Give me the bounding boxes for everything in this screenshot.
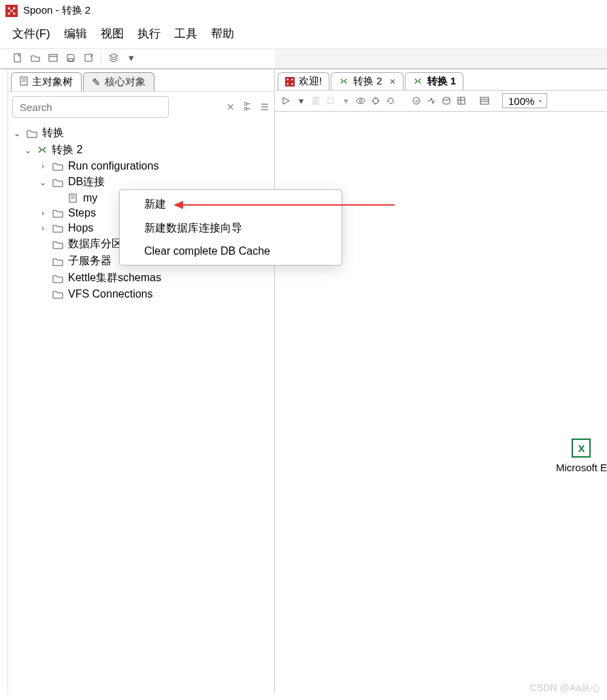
tree-root[interactable]: ⌄ 转换 xyxy=(8,125,274,142)
folder-icon xyxy=(52,161,64,172)
search-input[interactable] xyxy=(12,96,169,118)
tree-label: Steps xyxy=(68,207,96,219)
svg-point-24 xyxy=(291,83,293,85)
tree-label: 转换 xyxy=(42,126,64,140)
preview-icon[interactable] xyxy=(355,95,366,106)
pause-icon[interactable] xyxy=(310,95,321,106)
verify-icon[interactable] xyxy=(411,95,422,106)
menu-file[interactable]: 文件(F) xyxy=(12,26,50,42)
svg-rect-11 xyxy=(244,103,247,106)
svg-rect-7 xyxy=(69,59,73,61)
menu-clear-cache[interactable]: Clear complete DB Cache xyxy=(120,240,342,262)
folder-icon xyxy=(26,128,38,139)
dropdown-icon[interactable]: ▾ xyxy=(340,95,351,106)
explore-db-icon[interactable] xyxy=(456,95,467,106)
app-icon xyxy=(5,5,18,17)
tab-core-objects[interactable]: ✎ 核心对象 xyxy=(83,72,154,91)
svg-rect-4 xyxy=(14,54,20,62)
chevron-right-icon[interactable]: › xyxy=(38,161,48,171)
zoom-selector[interactable]: 100% xyxy=(502,93,547,108)
chevron-down-icon[interactable]: ⌄ xyxy=(38,178,48,187)
tree-label: 子服务器 xyxy=(68,254,112,268)
menu-new[interactable]: 新建 xyxy=(120,193,342,217)
main-area: 主对象树 ✎ 核心对象 ✕ ⌄ 转换 ⌄ xyxy=(0,69,607,694)
dropdown-icon[interactable]: ▾ xyxy=(295,95,306,106)
tab-transform-2[interactable]: 转换 2 ✕ xyxy=(331,72,404,90)
play-icon[interactable] xyxy=(280,95,291,106)
layers-icon[interactable] xyxy=(108,52,119,63)
svg-point-21 xyxy=(286,78,289,80)
context-menu: 新建 新建数据库连接向导 Clear complete DB Cache xyxy=(119,189,342,266)
folder-icon xyxy=(52,177,64,188)
tab-main-tree[interactable]: 主对象树 xyxy=(11,72,82,91)
menu-view[interactable]: 视图 xyxy=(101,26,124,42)
tree-label: Run configurations xyxy=(68,160,159,172)
stop-icon[interactable] xyxy=(325,95,336,106)
new-file-icon[interactable] xyxy=(12,52,23,63)
clear-search-icon[interactable]: ✕ xyxy=(227,101,235,112)
svg-point-22 xyxy=(291,78,293,80)
close-icon[interactable]: ✕ xyxy=(389,77,396,86)
menu-new-wizard[interactable]: 新建数据库连接向导 xyxy=(120,217,342,240)
explore-icon[interactable] xyxy=(48,52,59,63)
window-title: Spoon - 转换 2 xyxy=(23,4,91,17)
save-icon[interactable] xyxy=(65,52,76,63)
menu-tools[interactable]: 工具 xyxy=(174,26,197,42)
svg-point-30 xyxy=(373,98,378,104)
left-tabs: 主对象树 ✎ 核心对象 xyxy=(8,69,274,91)
item-icon xyxy=(67,193,79,204)
menu-help[interactable]: 帮助 xyxy=(211,26,234,42)
folder-icon xyxy=(52,256,64,267)
sql-icon[interactable] xyxy=(441,95,452,106)
tab-transform-1[interactable]: 转换 1 xyxy=(405,72,464,90)
dropdown-icon[interactable]: ▾ xyxy=(126,52,137,63)
svg-rect-26 xyxy=(316,97,318,104)
excel-step[interactable]: X Microsoft E xyxy=(556,439,607,473)
step-label: Microsoft E xyxy=(556,462,607,473)
debug-icon[interactable] xyxy=(370,95,381,106)
tree-label: Kettle集群schemas xyxy=(68,271,161,285)
expand-tree-icon[interactable] xyxy=(244,101,255,112)
svg-rect-37 xyxy=(458,97,465,104)
tab-label: 转换 1 xyxy=(427,75,457,88)
chevron-down-icon[interactable]: ⌄ xyxy=(23,146,33,155)
replay-icon[interactable] xyxy=(385,95,396,106)
chevron-right-icon[interactable]: › xyxy=(38,223,48,233)
svg-point-23 xyxy=(286,83,289,85)
tree-run-config[interactable]: › Run configurations xyxy=(8,159,274,174)
impact-icon[interactable] xyxy=(426,95,437,106)
tab-label: 核心对象 xyxy=(105,76,146,89)
chevron-down-icon[interactable]: ⌄ xyxy=(12,129,22,138)
svg-point-28 xyxy=(357,98,365,104)
tree-label: Hops xyxy=(68,222,93,234)
menu-run[interactable]: 执行 xyxy=(137,26,161,42)
chevron-right-icon[interactable]: › xyxy=(38,208,48,218)
tab-label: 转换 2 xyxy=(353,75,382,88)
side-gutter xyxy=(0,69,8,694)
title-bar: Spoon - 转换 2 xyxy=(0,0,607,22)
search-row: ✕ xyxy=(8,91,274,122)
svg-point-36 xyxy=(443,97,450,100)
svg-rect-40 xyxy=(480,97,489,104)
tree-label: 转换 2 xyxy=(52,143,82,157)
tab-welcome[interactable]: 欢迎! xyxy=(278,72,329,90)
tree-kettle-cluster[interactable]: Kettle集群schemas xyxy=(8,270,274,287)
tree-db-connections[interactable]: ⌄ DB连接 xyxy=(8,174,274,191)
app-icon xyxy=(285,77,295,86)
tab-label: 主对象树 xyxy=(32,76,73,89)
save-as-icon[interactable] xyxy=(83,52,94,63)
main-toolbar: ▾ xyxy=(0,48,607,69)
menu-edit[interactable]: 编辑 xyxy=(64,26,87,42)
excel-icon: X xyxy=(572,439,591,458)
tree-vfs[interactable]: VFS Connections xyxy=(8,287,274,302)
editor-toolbar: ▾ ▾ 100% xyxy=(275,90,607,112)
tree-transformation[interactable]: ⌄ 转换 2 xyxy=(8,142,274,159)
folder-icon xyxy=(52,289,64,300)
collapse-tree-icon[interactable] xyxy=(259,101,270,112)
show-results-icon[interactable] xyxy=(479,95,490,106)
zoom-value: 100% xyxy=(508,95,534,107)
open-icon[interactable] xyxy=(30,52,41,63)
transformation-icon xyxy=(412,76,423,87)
transformation-icon xyxy=(338,76,349,87)
folder-icon xyxy=(52,208,64,219)
